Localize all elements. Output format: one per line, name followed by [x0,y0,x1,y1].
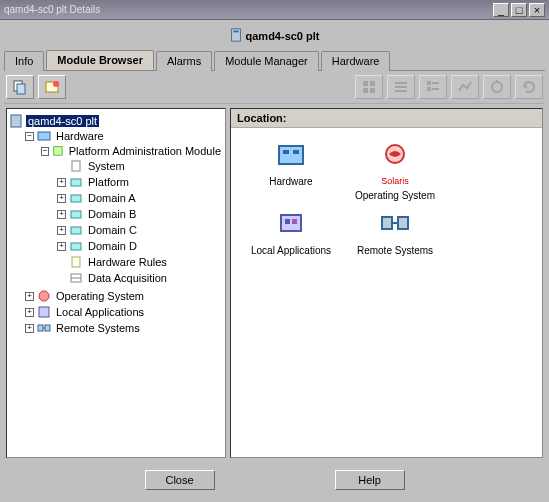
maximize-button[interactable]: □ [511,3,527,17]
grid-item-remote[interactable]: Remote Systems [347,209,443,256]
collapse-icon[interactable]: − [41,147,49,156]
svg-rect-16 [432,88,439,90]
svg-rect-39 [293,150,299,154]
expand-icon[interactable]: + [25,308,34,317]
grid-item-local-apps[interactable]: Local Applications [243,209,339,256]
domain-icon [69,239,83,253]
expand-icon[interactable]: + [57,210,66,219]
domain-icon [69,191,83,205]
app-body: qamd4-sc0 plt Info Module Browser Alarms… [0,20,549,502]
app-title: qamd4-sc0 plt [246,30,320,42]
titlebar: qamd4-sc0 plt Details _ □ × [0,0,549,20]
svg-rect-11 [395,86,407,88]
svg-point-17 [492,82,502,92]
svg-rect-15 [427,87,431,91]
tree-system-node[interactable]: System [57,159,223,173]
svg-rect-21 [38,132,50,140]
expand-icon[interactable]: + [25,292,34,301]
svg-rect-28 [71,243,81,250]
tab-alarms[interactable]: Alarms [156,51,212,71]
svg-rect-3 [17,84,25,94]
hardware-icon [275,140,307,172]
svg-rect-9 [370,88,375,93]
expand-icon[interactable]: + [57,178,66,187]
view-graph-button[interactable] [451,75,479,99]
grid-item-os[interactable]: Solaris Operating System [347,140,443,201]
svg-rect-13 [427,81,431,85]
tab-hardware[interactable]: Hardware [321,51,391,71]
svg-rect-41 [281,215,301,231]
tree-root-label: qamd4-sc0 plt [26,115,99,127]
tab-module-browser[interactable]: Module Browser [46,50,154,70]
hardware-icon [37,129,51,143]
os-brand-label: Solaris [381,176,409,186]
svg-rect-6 [363,81,368,86]
domain-icon [69,207,83,221]
svg-rect-10 [395,82,407,84]
grid-item-hardware[interactable]: Hardware [243,140,339,187]
view-detail-button[interactable] [419,75,447,99]
svg-rect-20 [11,115,21,127]
system-icon [69,159,83,173]
tree-domain-c-node[interactable]: +Domain C [57,223,223,237]
refresh-button[interactable] [515,75,543,99]
module-icon [52,144,64,158]
tab-info[interactable]: Info [4,51,44,71]
expand-icon[interactable]: + [57,226,66,235]
close-button[interactable]: Close [145,470,215,490]
svg-rect-12 [395,90,407,92]
svg-point-32 [39,291,49,301]
svg-rect-8 [363,88,368,93]
svg-rect-34 [38,325,43,331]
tree-hardware-node[interactable]: − Hardware [25,129,223,143]
tree-platform-node[interactable]: +Platform [57,175,223,189]
svg-rect-25 [71,195,81,202]
tree-domain-d-node[interactable]: +Domain D [57,239,223,253]
tree-platform-admin-node[interactable]: − Platform Administration Module [41,144,223,158]
data-icon [69,271,83,285]
svg-rect-35 [45,325,50,331]
expand-icon[interactable]: + [57,242,66,251]
remote-icon [379,209,411,241]
tree-hardware-rules-node[interactable]: Hardware Rules [57,255,223,269]
rules-icon [69,255,83,269]
tree-pane[interactable]: qamd4-sc0 plt − Hardware [6,108,226,458]
apps-icon [37,305,51,319]
domain-icon [69,223,83,237]
tab-module-manager[interactable]: Module Manager [214,51,319,71]
view-icons-button[interactable] [355,75,383,99]
expand-icon[interactable]: + [25,324,34,333]
expand-icon[interactable]: + [57,194,66,203]
tree-local-apps-node[interactable]: +Local Applications [25,305,223,319]
icon-grid: Hardware Solaris Operating System Local … [231,128,542,268]
properties-button[interactable] [483,75,511,99]
svg-rect-42 [285,219,290,224]
tree-root-node[interactable]: qamd4-sc0 plt [9,114,223,128]
svg-rect-43 [292,219,297,224]
svg-rect-38 [283,150,289,154]
tree-remote-node[interactable]: +Remote Systems [25,321,223,335]
tree-domain-a-node[interactable]: +Domain A [57,191,223,205]
toolbar-button-1[interactable] [6,75,34,99]
collapse-icon[interactable]: − [25,132,34,141]
svg-rect-44 [382,217,392,229]
toolbar-button-2[interactable] [38,75,66,99]
host-icon [230,28,242,44]
tree-data-acquisition-node[interactable]: Data Acquisition [57,271,223,285]
view-list-button[interactable] [387,75,415,99]
svg-rect-26 [71,211,81,218]
tree-os-node[interactable]: +Operating System [25,289,223,303]
close-window-button[interactable]: × [529,3,545,17]
apps-icon [275,209,307,241]
svg-rect-22 [54,147,62,155]
detail-pane: Location: Hardware Solaris Operating Sys… [230,108,543,458]
host-icon [9,114,23,128]
tree-domain-b-node[interactable]: +Domain B [57,207,223,221]
content-area: qamd4-sc0 plt − Hardware [4,104,545,462]
svg-rect-18 [496,80,498,83]
help-button[interactable]: Help [335,470,405,490]
minimize-button[interactable]: _ [493,3,509,17]
svg-rect-45 [398,217,408,229]
domain-icon [69,175,83,189]
remote-icon [37,321,51,335]
